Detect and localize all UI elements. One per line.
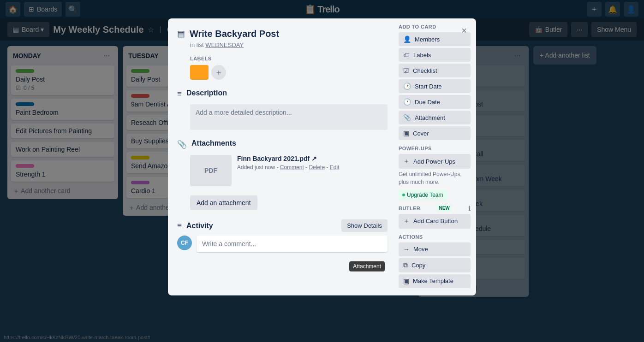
label-chip-orange[interactable] — [190, 65, 209, 80]
attachment-comment-link[interactable]: Comment — [280, 164, 304, 171]
labels-icon: 🏷 — [403, 51, 410, 59]
modal-title: Write Backyard Post — [190, 28, 279, 40]
add-powerup-icon: ＋ — [403, 157, 410, 165]
activity-icon: ≡ — [177, 221, 182, 230]
add-card-button-label: Add Card Button — [413, 218, 458, 224]
move-icon: → — [403, 246, 410, 253]
move-label: Move — [413, 246, 428, 253]
copy-label: Copy — [411, 262, 425, 269]
make-template-label: Make Template — [413, 277, 453, 284]
start-date-button[interactable]: 🕐 Start Date — [399, 79, 471, 93]
attachments-title: Attachments — [191, 139, 388, 147]
power-ups-label: POWER-UPS — [399, 146, 471, 151]
cover-button[interactable]: ▣ Cover — [399, 126, 471, 140]
upgrade-label: Upgrade Team — [407, 192, 443, 198]
attachment-name: Finn Backyard 2021.pdf ↗ — [237, 155, 388, 162]
attachment-thumbnail: PDF — [190, 155, 232, 186]
labels-row: ＋ — [190, 65, 388, 80]
due-date-icon: 🕐 — [403, 98, 411, 106]
modal-body: ▤ Write Backyard Post in list WEDNESDAY … — [168, 18, 476, 295]
members-icon: 👤 — [403, 35, 411, 43]
modal-overlay[interactable]: × ▤ Write Backyard Post in list WEDNESDA… — [0, 0, 644, 342]
template-icon: ▣ — [403, 277, 409, 285]
butler-section-label: BUTLER — [399, 206, 420, 211]
add-powerups-label: Add Power-Ups — [413, 158, 455, 165]
make-template-button[interactable]: ▣ Make Template — [399, 274, 471, 288]
start-date-icon: 🕐 — [403, 83, 411, 90]
attachment-delete-link[interactable]: Delete — [309, 164, 325, 171]
description-input[interactable]: Add a more detailed description... — [190, 104, 388, 130]
copy-icon: ⧉ — [403, 261, 408, 269]
modal-sidebar: ADD TO CARD 👤 Members 🏷 Labels ☑ Checkli… — [399, 18, 476, 295]
attachment-label: Attachment — [415, 114, 445, 121]
attachment-filename: Finn Backyard 2021.pdf — [237, 155, 310, 162]
attachment-timestamp: Added just now — [237, 164, 275, 171]
attachment-meta: Added just now - Comment - Delete - Edit — [237, 164, 388, 171]
butler-info-button[interactable]: ℹ — [468, 205, 471, 212]
attachment-info: Finn Backyard 2021.pdf ↗ Added just now … — [237, 155, 388, 171]
due-date-button[interactable]: 🕐 Due Date — [399, 95, 471, 109]
start-date-label: Start Date — [415, 83, 442, 90]
attachment-button[interactable]: 📎 Attachment — [399, 111, 471, 124]
comment-input[interactable]: Write a comment... — [197, 236, 388, 252]
checklist-icon: ☑ — [403, 67, 409, 74]
attachment-btn-wrapper: 📎 Attachment Attachment — [399, 111, 471, 126]
external-link-icon: ↗ — [311, 155, 317, 162]
modal-close-button[interactable]: × — [457, 23, 471, 38]
attachment-type-label: PDF — [204, 167, 217, 174]
attachments-section-row: 📎 Attachments — [177, 139, 388, 149]
butler-new-badge: NEW — [436, 205, 452, 212]
description-section-row: ≡ Description — [177, 89, 388, 99]
modal-title-row: ▤ Write Backyard Post — [177, 28, 388, 40]
list-name-link[interactable]: WEDNESDAY — [205, 41, 244, 48]
avatar-initials: CF — [181, 240, 188, 246]
add-card-btn-icon: ＋ — [403, 217, 410, 225]
checklist-button[interactable]: ☑ Checklist — [399, 64, 471, 77]
cover-label: Cover — [413, 130, 429, 137]
activity-title: Activity — [186, 222, 337, 230]
members-label: Members — [415, 36, 440, 43]
attachments-icon: 📎 — [177, 140, 187, 149]
add-card-button-btn[interactable]: ＋ Add Card Button — [399, 214, 471, 229]
user-avatar: CF — [177, 236, 192, 250]
attachment-item: PDF Finn Backyard 2021.pdf ↗ Added just … — [190, 155, 388, 186]
labels-section-label: LABELS — [190, 56, 388, 61]
attachment-icon: 📎 — [403, 114, 411, 121]
show-details-button[interactable]: Show Details — [341, 219, 388, 232]
due-date-label: Due Date — [415, 99, 440, 106]
description-title: Description — [186, 89, 388, 97]
actions-label: ACTIONS — [399, 234, 471, 240]
comment-row: CF Write a comment... — [177, 236, 388, 252]
modal-subtitle: in list WEDNESDAY — [190, 41, 388, 48]
checklist-label: Checklist — [413, 67, 437, 74]
labels-label: Labels — [413, 52, 431, 59]
powerup-description: Get unlimited Power-Ups, plus much more. — [399, 171, 471, 186]
butler-row: BUTLER NEW ℹ — [399, 205, 471, 212]
copy-button[interactable]: ⧉ Copy — [399, 258, 471, 272]
labels-button[interactable]: 🏷 Labels — [399, 48, 471, 62]
card-modal: × ▤ Write Backyard Post in list WEDNESDA… — [168, 18, 476, 295]
activity-row: ≡ Activity Show Details — [177, 219, 388, 232]
upgrade-dot — [402, 194, 405, 196]
list-label: in list — [190, 41, 204, 48]
card-type-icon: ▤ — [177, 29, 185, 39]
add-power-ups-button[interactable]: ＋ Add Power-Ups — [399, 154, 471, 169]
add-label-button[interactable]: ＋ — [211, 65, 226, 80]
attachment-edit-link[interactable]: Edit — [330, 164, 340, 171]
move-button[interactable]: → Move — [399, 242, 471, 256]
add-attachment-button[interactable]: Add an attachment — [190, 195, 257, 210]
modal-main: ▤ Write Backyard Post in list WEDNESDAY … — [168, 18, 399, 295]
description-icon: ≡ — [177, 89, 182, 99]
cover-icon: ▣ — [403, 130, 409, 137]
upgrade-badge[interactable]: Upgrade Team — [399, 190, 447, 200]
